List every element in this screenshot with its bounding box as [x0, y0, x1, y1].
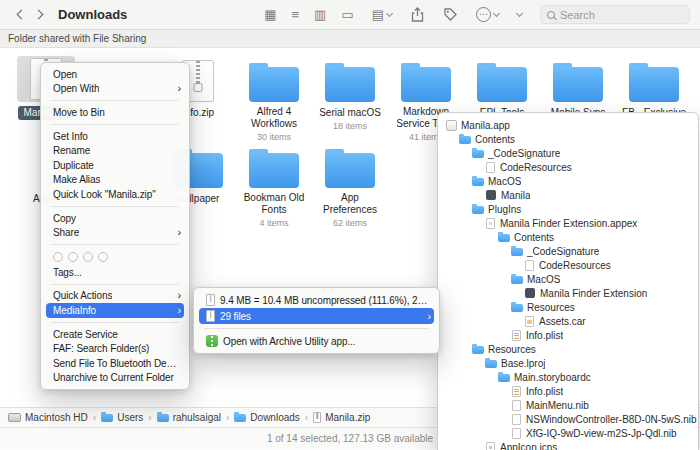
path-separator-icon: ›: [93, 412, 96, 423]
tree-node[interactable]: XfG-IQ-9wD-view-m2S-Jp-Qdl.nib: [438, 426, 698, 440]
folder-icon: [511, 304, 523, 312]
tree-node[interactable]: MacOS: [438, 174, 698, 188]
appex-icon: [486, 218, 495, 229]
folder-icon: [325, 67, 375, 102]
folder-icon: [629, 67, 679, 102]
car-icon: [525, 316, 534, 327]
tree-node[interactable]: Info.plist: [438, 384, 698, 398]
tree-node[interactable]: Manila Finder Extension: [438, 286, 698, 300]
column-view-icon[interactable]: ▥: [314, 7, 326, 22]
toolbar-overflow-button[interactable]: [517, 14, 522, 16]
tree-node[interactable]: PlugIns: [438, 202, 698, 216]
menu-item[interactable]: Make Alias: [41, 173, 189, 188]
tree-node[interactable]: Contents: [438, 230, 698, 244]
menu-separator: [204, 328, 429, 329]
exec-icon: [525, 288, 535, 298]
folder-icon: [472, 346, 484, 354]
path-segment-label: Manila.zip: [325, 412, 370, 423]
menu-item[interactable]: Open With›: [41, 82, 189, 97]
menu-item[interactable]: Share›: [41, 225, 189, 240]
menu-item[interactable]: Open: [41, 67, 189, 82]
path-segment[interactable]: Manila.zip: [313, 412, 370, 423]
menu-item[interactable]: Tags...: [41, 265, 189, 280]
file-item[interactable]: Alfred 4 Workflows30 items: [236, 56, 312, 142]
tags-button[interactable]: [443, 7, 458, 22]
tag-dot-icon[interactable]: [53, 252, 63, 262]
list-view-icon[interactable]: ≡: [292, 7, 300, 22]
folder-icon: [472, 178, 484, 186]
file-icon-box: [388, 56, 464, 102]
back-button[interactable]: [10, 5, 30, 25]
tag-dot-icon[interactable]: [68, 252, 78, 262]
file-item-count: 30 items: [236, 132, 312, 142]
path-segment[interactable]: Macintosh HD: [8, 412, 88, 423]
menu-item[interactable]: 9.4 MB = 10.4 MB uncompressed (111.6%), …: [194, 292, 439, 308]
folder-icon: [511, 276, 523, 284]
tree-node[interactable]: Main.storyboardc: [438, 370, 698, 384]
tree-node[interactable]: AppIcon.icns: [438, 440, 698, 450]
menu-item[interactable]: Unarchive to Current Folder: [41, 371, 189, 386]
menu-item[interactable]: Quick Actions›: [41, 289, 189, 304]
more-actions-button[interactable]: ⋯: [476, 7, 499, 22]
menu-item[interactable]: Create Service: [41, 327, 189, 342]
folder-icon: [485, 360, 497, 368]
file-item-count: 18 items: [312, 121, 388, 131]
menu-item[interactable]: Quick Look "Manila.zip": [41, 187, 189, 202]
path-separator-icon: ›: [148, 412, 151, 423]
menu-item[interactable]: MediaInfo›: [46, 303, 184, 318]
path-segment[interactable]: Downloads: [234, 412, 299, 423]
file-icon: [525, 260, 534, 271]
folder-icon: [459, 136, 471, 144]
tree-node[interactable]: Base.lproj: [438, 356, 698, 370]
tree-node[interactable]: MainMenu.nib: [438, 398, 698, 412]
file-icon-box: [236, 56, 312, 102]
file-icon-box: [312, 142, 388, 188]
icon-view-icon[interactable]: ▦: [264, 7, 276, 22]
file-icon-box: [236, 142, 312, 188]
menu-item[interactable]: Rename: [41, 143, 189, 158]
menu-item[interactable]: Move to Bin: [41, 105, 189, 120]
tree-node[interactable]: Resources: [438, 300, 698, 314]
tree-node[interactable]: Contents: [438, 132, 698, 146]
tag-dot-icon[interactable]: [83, 252, 93, 262]
path-segment[interactable]: rahulsaigal: [157, 412, 221, 423]
tree-node[interactable]: Manila Finder Extension.appex: [438, 216, 698, 230]
menu-item-label: Make Alias: [53, 174, 100, 185]
menu-item[interactable]: Open with Archive Utility app...: [194, 333, 439, 349]
tag-dot-icon[interactable]: [98, 252, 108, 262]
status-text: 1 of 14 selected, 127.13 GB available: [267, 433, 433, 444]
search-input[interactable]: Search: [540, 5, 690, 24]
menu-item-label: Share: [53, 227, 79, 238]
forward-button[interactable]: [30, 5, 50, 25]
path-segment[interactable]: Users: [101, 412, 143, 423]
group-by-button[interactable]: ▤: [372, 8, 392, 21]
menu-item[interactable]: Send File To Bluetooth Device: [41, 356, 189, 371]
tree-node[interactable]: Manila.app: [438, 118, 698, 132]
gallery-view-icon[interactable]: ▭: [341, 7, 353, 22]
menu-item-label: Open with Archive Utility app...: [223, 336, 355, 347]
menu-item[interactable]: FAF: Search Folder(s): [41, 341, 189, 356]
menu-item[interactable]: Get Info: [41, 129, 189, 144]
tree-node[interactable]: Resources: [438, 342, 698, 356]
menu-item[interactable]: Duplicate: [41, 158, 189, 173]
file-icon-box: [616, 56, 692, 102]
tree-node[interactable]: CodeResources: [438, 160, 698, 174]
tree-node[interactable]: MacOS: [438, 272, 698, 286]
file-item[interactable]: App Preferences62 items: [312, 142, 388, 228]
tree-node[interactable]: Manila: [438, 188, 698, 202]
menu-item-label: Tags...: [53, 267, 82, 278]
menu-item-label: Create Service: [53, 329, 118, 340]
file-item[interactable]: Serial macOS18 items: [312, 56, 388, 142]
tree-node[interactable]: CodeResources: [438, 258, 698, 272]
tree-node[interactable]: _CodeSignature: [438, 146, 698, 160]
menu-item[interactable]: 29 files›: [199, 308, 434, 324]
menu-item[interactable]: Copy: [41, 211, 189, 226]
share-button[interactable]: [410, 7, 425, 23]
menu-item-label: Move to Bin: [53, 107, 105, 118]
tree-node[interactable]: Assets.car: [438, 314, 698, 328]
file-item[interactable]: Bookman Old Fonts4 items: [236, 142, 312, 228]
tree-node[interactable]: NSWindowController-B8D-0N-5wS.nib: [438, 412, 698, 426]
tree-node[interactable]: Info.plist: [438, 328, 698, 342]
tree-node-label: CodeResources: [539, 260, 611, 271]
tree-node[interactable]: _CodeSignature: [438, 244, 698, 258]
